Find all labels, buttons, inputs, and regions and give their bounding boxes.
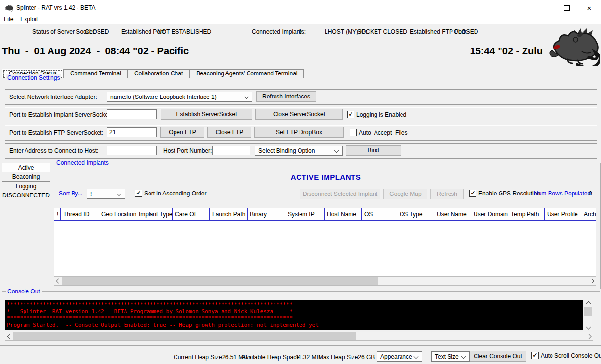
- appearance-select[interactable]: Appearance: [377, 351, 422, 362]
- menu-bar: FileExploit: [0, 15, 601, 24]
- console-hscrollbar[interactable]: [5, 332, 593, 341]
- connected-implants-group: Connected Implants ACTIVE IMPLANTS Sort …: [51, 163, 601, 289]
- close-serversocket-button[interactable]: Close ServerSocket: [255, 109, 343, 120]
- close-icon[interactable]: ×: [578, 0, 601, 15]
- maximize-icon[interactable]: [555, 0, 578, 15]
- column-header-thread-id[interactable]: Thread ID: [61, 208, 99, 221]
- num-rows-value: 0: [589, 190, 592, 197]
- scroll-up-icon[interactable]: [584, 300, 592, 307]
- close-ftp-button[interactable]: Close FTP: [207, 127, 251, 138]
- scroll-right-icon[interactable]: [588, 277, 596, 285]
- sort-selected-value: !: [90, 191, 92, 197]
- host-address-input[interactable]: [107, 146, 157, 155]
- column-header-os[interactable]: OS: [362, 208, 397, 221]
- status-value: 0: [299, 28, 302, 35]
- chevron-down-icon: [244, 95, 249, 99]
- implant-port-input[interactable]: [107, 109, 157, 119]
- binding-option-select[interactable]: Select Binding Option: [255, 146, 343, 156]
- adapter-select[interactable]: name:lo (Software Loopback Interface 1): [107, 92, 252, 102]
- minimize-icon[interactable]: [533, 0, 555, 15]
- auto-scroll-checkbox[interactable]: ✓: [531, 352, 539, 359]
- status-value: SOCKET CLOSED: [357, 28, 407, 35]
- auto-accept-files-label: Auto Accept Files: [359, 129, 407, 136]
- column-header-user-profile[interactable]: User Profile: [545, 208, 581, 221]
- side-tab-disconnected[interactable]: DISCONNECTED: [2, 191, 50, 200]
- adapter-row: Select Network Interface Adapter: name:l…: [5, 89, 597, 105]
- refresh-interfaces-button[interactable]: Refresh Interfaces: [256, 91, 316, 102]
- scrollbar-thumb[interactable]: [13, 332, 356, 340]
- column-header-launch-path[interactable]: Launch Path: [210, 208, 248, 221]
- column-header-os-type[interactable]: OS Type: [397, 208, 434, 221]
- logging-enabled-label: Logging is Enabled: [356, 111, 406, 118]
- app-rat-icon: [4, 3, 13, 12]
- status-field: Connected Implants:: [252, 28, 306, 35]
- scroll-down-icon[interactable]: [584, 323, 592, 330]
- sort-ascending-label: Sort in Ascending Order: [144, 190, 206, 197]
- disconnect-implant-button[interactable]: Disconnect Selected Implant: [300, 189, 380, 199]
- auto-accept-files-checkbox[interactable]: ✓: [350, 129, 357, 136]
- column-header-user-domain[interactable]: User Domain: [471, 208, 508, 221]
- side-tab-logging[interactable]: Logging: [2, 181, 50, 191]
- avail-heap-label: Available Heap Space:: [242, 354, 301, 361]
- console-line: ****************************************…: [7, 301, 581, 308]
- window-title: Splinter - RAT vrs 1.42 - BETA: [16, 4, 95, 11]
- column-header-host-name[interactable]: Host Name: [325, 208, 362, 221]
- server-status-bar: Status of Server Socket:CLOSEDEstablishe…: [0, 24, 601, 34]
- scroll-left-icon[interactable]: [54, 277, 62, 285]
- google-map-button[interactable]: Google Map: [383, 189, 427, 199]
- implant-port-label: Port to Establish Implant ServerSocket:: [9, 111, 112, 118]
- column-header-system-ip[interactable]: System IP: [285, 208, 325, 221]
- sort-by-select[interactable]: !: [87, 189, 125, 199]
- window-controls: ×: [533, 0, 601, 15]
- text-size-select[interactable]: Text Size: [431, 351, 470, 362]
- console-vscrollbar[interactable]: [584, 300, 592, 330]
- bind-button[interactable]: Bind: [346, 145, 401, 156]
- sort-ascending-checkbox[interactable]: ✓: [135, 190, 142, 197]
- column-header-implant-type[interactable]: Implant Type: [136, 208, 173, 221]
- ftp-port-input[interactable]: [107, 127, 157, 137]
- implants-table-header: !Thread IDGeo LocationImplant TypeCare O…: [54, 208, 596, 221]
- chevron-down-icon: [414, 354, 419, 359]
- console-line: ****************************************…: [7, 315, 581, 322]
- menu-item-file[interactable]: File: [0, 15, 17, 24]
- appearance-selected-value: Appearance: [380, 353, 412, 360]
- side-tab-beaconing[interactable]: Beaconing: [2, 172, 50, 182]
- tab-beaconing-agents-command-terminal[interactable]: Beaconing Agents' Command Terminal: [190, 69, 304, 78]
- logging-enabled-checkbox[interactable]: ✓: [347, 111, 354, 118]
- implants-table: !Thread IDGeo LocationImplant TypeCare O…: [54, 208, 596, 277]
- tab-collaboration-chat[interactable]: Collaboration Chat: [128, 69, 190, 78]
- scrollbar-thumb[interactable]: [62, 277, 378, 285]
- column-header-binary[interactable]: Binary: [248, 208, 285, 221]
- refresh-button[interactable]: Refresh: [430, 189, 464, 199]
- column-header-care-of[interactable]: Care Of: [173, 208, 210, 221]
- side-tab-active[interactable]: Active: [2, 163, 50, 172]
- gps-resolution-checkbox[interactable]: ✓: [469, 190, 476, 197]
- tab-command-terminal[interactable]: Command Terminal: [64, 69, 128, 78]
- heap-size-label: Current Heap Size:: [174, 354, 224, 361]
- active-implants-heading: ACTIVE IMPLANTS: [51, 173, 600, 181]
- scrollbar-thumb[interactable]: [584, 307, 592, 316]
- host-address-label: Enter Address to Connect to Host:: [9, 147, 98, 154]
- avail-heap-value: 11.32 MB: [296, 354, 320, 361]
- column-header-temp-path[interactable]: Temp Path: [508, 208, 545, 221]
- implants-table-hscrollbar[interactable]: [54, 276, 596, 286]
- chevron-down-icon: [334, 148, 339, 153]
- column-header--[interactable]: !: [54, 208, 61, 221]
- clear-console-button[interactable]: Clear Console Out: [470, 351, 526, 362]
- adapter-selected-value: name:lo (Software Loopback Interface 1): [110, 94, 217, 100]
- scroll-left-icon[interactable]: [5, 332, 13, 340]
- column-header-user-name[interactable]: User Name: [434, 208, 471, 221]
- column-header-architecture[interactable]: Architecture: [581, 208, 596, 221]
- set-ftp-dropbox-button[interactable]: Set FTP DropBox: [254, 127, 344, 138]
- menu-item-exploit[interactable]: Exploit: [17, 15, 41, 24]
- console-output: ****************************************…: [5, 300, 583, 330]
- host-port-input[interactable]: [212, 146, 250, 155]
- establish-serversocket-button[interactable]: Establish ServerSocket: [161, 109, 252, 120]
- max-heap-value: .26 GB: [356, 354, 375, 361]
- scroll-right-icon[interactable]: [585, 332, 593, 340]
- implant-port-row: Port to Establish Implant ServerSocket: …: [5, 107, 597, 122]
- ftp-port-row: Port to Establish FTP ServerSocket: Open…: [5, 125, 597, 141]
- chevron-down-icon: [461, 354, 466, 359]
- open-ftp-button[interactable]: Open FTP: [160, 127, 204, 138]
- column-header-geo-location[interactable]: Geo Location: [99, 208, 136, 221]
